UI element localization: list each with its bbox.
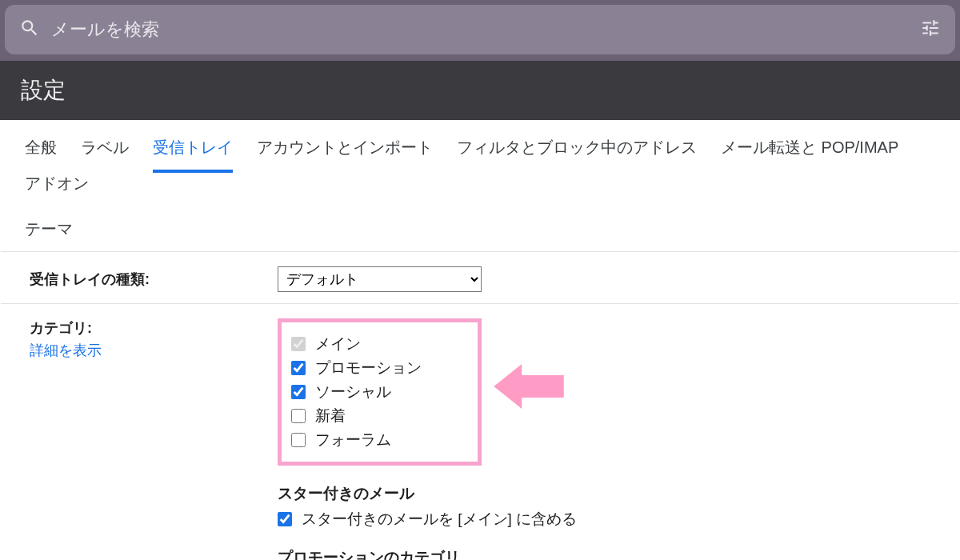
tab-accounts[interactable]: アカウントとインポート xyxy=(257,137,433,173)
tab-general[interactable]: 全般 xyxy=(25,137,57,173)
search-input[interactable] xyxy=(51,19,920,40)
tab-labels[interactable]: ラベル xyxy=(81,137,129,173)
category-social[interactable]: ソーシャル xyxy=(291,382,422,402)
tab-inbox[interactable]: 受信トレイ xyxy=(153,137,233,173)
category-forums-label: フォーラム xyxy=(315,430,391,450)
category-primary-label: メイン xyxy=(315,334,361,354)
settings-tabs: 全般 ラベル 受信トレイ アカウントとインポート フィルタとブロック中のアドレス… xyxy=(1,121,959,206)
tab-filters[interactable]: フィルタとブロック中のアドレス xyxy=(457,137,697,173)
starred-checkbox[interactable] xyxy=(278,512,292,526)
category-primary-checkbox xyxy=(291,337,306,351)
inbox-type-select[interactable]: デフォルト xyxy=(278,266,482,292)
category-updates-label: 新着 xyxy=(315,406,346,426)
categories-highlight-box: メイン プロモーション ソーシャル 新着 xyxy=(278,318,482,466)
category-primary: メイン xyxy=(291,334,422,354)
tab-theme[interactable]: テーマ xyxy=(25,218,73,240)
tab-addons[interactable]: アドオン xyxy=(25,173,89,206)
starred-section: スター付きのメール スター付きのメールを [メイン] に含める xyxy=(278,483,930,530)
annotation-arrow-icon xyxy=(494,358,564,414)
categories-row: カテゴリ: 詳細を表示 メイン プロモーション ソーシャル xyxy=(1,304,959,560)
inbox-type-label: 受信トレイの種類: xyxy=(30,270,278,289)
categories-details-link[interactable]: 詳細を表示 xyxy=(30,341,278,360)
category-promotions-label: プロモーション xyxy=(315,358,422,378)
inbox-type-row: 受信トレイの種類: デフォルト xyxy=(1,252,959,304)
starred-title: スター付きのメール xyxy=(278,483,930,504)
settings-body: 全般 ラベル 受信トレイ アカウントとインポート フィルタとブロック中のアドレス… xyxy=(0,120,960,560)
category-forums-checkbox[interactable] xyxy=(291,433,306,447)
settings-title: 設定 xyxy=(0,61,960,120)
category-social-checkbox[interactable] xyxy=(291,385,306,399)
search-bar[interactable] xyxy=(5,5,955,54)
category-promotions-checkbox[interactable] xyxy=(291,361,306,375)
category-promotions[interactable]: プロモーション xyxy=(291,358,422,378)
category-updates[interactable]: 新着 xyxy=(291,406,422,426)
settings-content: 受信トレイの種類: デフォルト カテゴリ: 詳細を表示 メイン xyxy=(1,252,959,560)
category-social-label: ソーシャル xyxy=(315,382,391,402)
search-icon xyxy=(19,18,40,42)
starred-option-label: スター付きのメールを [メイン] に含める xyxy=(302,509,577,530)
svg-marker-0 xyxy=(494,364,564,409)
tab-forwarding[interactable]: メール転送と POP/IMAP xyxy=(721,137,898,173)
search-options-icon[interactable] xyxy=(920,18,941,42)
promo-category-section: プロモーションのカテゴリ プロモーションに関する注目のメールを [プロモーション… xyxy=(278,547,930,560)
settings-tabs-row2: テーマ xyxy=(1,206,959,252)
category-updates-checkbox[interactable] xyxy=(291,409,306,423)
starred-option[interactable]: スター付きのメールを [メイン] に含める xyxy=(278,509,930,530)
categories-label: カテゴリ: xyxy=(30,318,278,338)
promo-category-title: プロモーションのカテゴリ xyxy=(278,547,930,560)
category-forums[interactable]: フォーラム xyxy=(291,430,422,450)
